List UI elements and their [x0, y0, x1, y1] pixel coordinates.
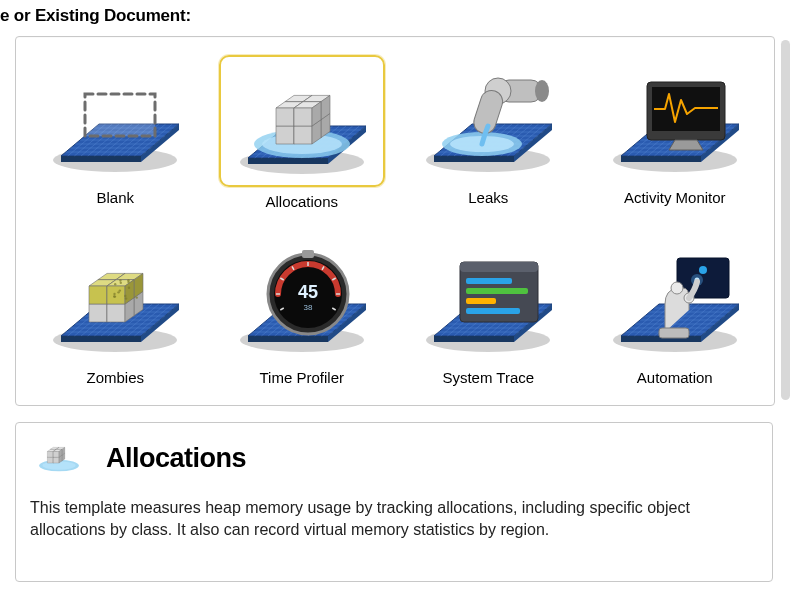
- description-panel: Allocations This template measures heap …: [15, 422, 773, 582]
- template-item-label: Zombies: [86, 369, 144, 386]
- svg-rect-176: [466, 308, 520, 314]
- page-title: e or Existing Document:: [0, 6, 191, 26]
- svg-rect-173: [466, 278, 512, 284]
- svg-text:45: 45: [298, 282, 318, 302]
- svg-point-106: [124, 295, 126, 297]
- automation-icon: [594, 235, 756, 363]
- svg-point-116: [118, 291, 120, 293]
- svg-point-117: [114, 283, 116, 285]
- zombies-icon: [34, 235, 196, 363]
- svg-point-111: [113, 295, 115, 297]
- template-grid-panel: BlankAllocationsLeaksActivity MonitorZom…: [15, 36, 775, 406]
- template-item-label: Leaks: [468, 189, 508, 206]
- allocations-icon: [219, 55, 385, 187]
- template-item-time-profiler[interactable]: 4538Time Profiler: [209, 223, 396, 403]
- activity-monitor-icon: [594, 55, 756, 183]
- svg-point-110: [120, 282, 122, 284]
- system-trace-icon: [407, 235, 569, 363]
- svg-point-62: [535, 80, 549, 102]
- svg-point-107: [125, 297, 127, 299]
- template-item-leaks[interactable]: Leaks: [395, 43, 582, 223]
- template-item-blank[interactable]: Blank: [22, 43, 209, 223]
- leaks-icon: [407, 55, 569, 183]
- template-item-automation[interactable]: Automation: [582, 223, 769, 403]
- template-item-allocations[interactable]: Allocations: [209, 43, 396, 223]
- svg-point-113: [128, 287, 130, 289]
- svg-text:38: 38: [303, 303, 312, 312]
- svg-point-118: [128, 281, 130, 283]
- detail-title: Allocations: [106, 443, 246, 474]
- svg-rect-175: [466, 298, 496, 304]
- svg-point-198: [671, 282, 683, 294]
- svg-rect-174: [466, 288, 528, 294]
- svg-point-115: [114, 293, 116, 295]
- template-item-label: Allocations: [265, 193, 338, 210]
- scrollbar[interactable]: [781, 40, 790, 400]
- template-item-label: System Trace: [442, 369, 534, 386]
- svg-point-108: [119, 279, 121, 281]
- detail-description: This template measures heap memory usage…: [30, 497, 758, 540]
- svg-rect-151: [302, 250, 314, 258]
- time-profiler-icon: 4538: [221, 235, 383, 363]
- template-item-zombies[interactable]: Zombies: [22, 223, 209, 403]
- svg-point-112: [136, 296, 138, 298]
- template-item-activity-monitor[interactable]: Activity Monitor: [582, 43, 769, 223]
- template-item-label: Time Profiler: [260, 369, 344, 386]
- svg-rect-200: [659, 328, 689, 338]
- svg-rect-172: [460, 262, 538, 272]
- template-item-label: Automation: [637, 369, 713, 386]
- allocations-icon: [30, 433, 88, 483]
- template-item-label: Blank: [96, 189, 134, 206]
- blank-icon: [34, 55, 196, 183]
- template-item-label: Activity Monitor: [624, 189, 726, 206]
- template-item-system-trace[interactable]: System Trace: [395, 223, 582, 403]
- svg-point-197: [699, 266, 707, 274]
